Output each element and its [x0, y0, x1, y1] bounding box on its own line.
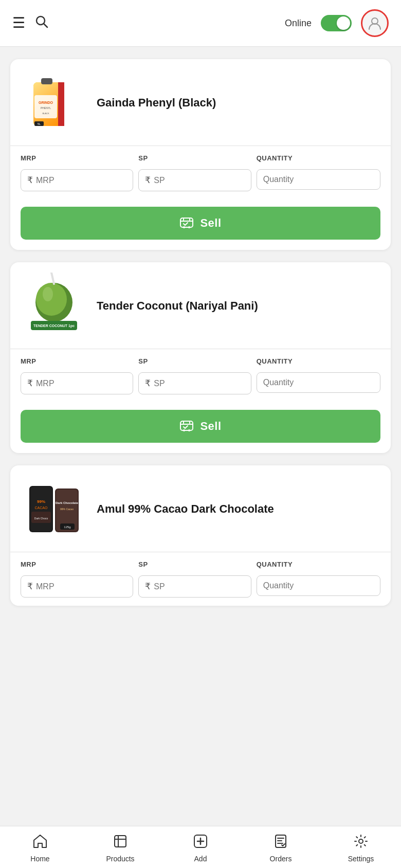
sp-input-wrap-chocolate: ₹ — [138, 575, 251, 598]
product-name-phenyl: Gainda Phenyl (Black) — [97, 95, 380, 111]
mrp-col-chocolate: MRP — [21, 560, 133, 571]
qty-input[interactable] — [263, 175, 374, 184]
mrp-label-coconut: MRP — [21, 357, 133, 365]
cart-icon-coconut — [179, 419, 194, 433]
product-image-coconut: TENDER COCONUT 1pc — [21, 273, 87, 339]
qty-col-chocolate: QUANTITY — [257, 560, 380, 571]
sp-input-wrap: ₹ — [138, 169, 251, 191]
svg-text:99% Cacao: 99% Cacao — [60, 508, 74, 511]
mrp-field[interactable]: ₹ — [21, 169, 133, 191]
mrp-label-chocolate: MRP — [21, 560, 133, 568]
sp-input-chocolate[interactable] — [154, 582, 244, 591]
sp-field-coconut[interactable]: ₹ — [138, 372, 251, 394]
rupee-mrp-chocolate: ₹ — [27, 581, 33, 592]
svg-point-14 — [183, 226, 185, 228]
product-card-coconut: TENDER COCONUT 1pc Tender Coconut (Nariy… — [10, 262, 391, 453]
qty-input-wrap-coconut — [257, 372, 380, 394]
mrp-col: MRP — [21, 154, 133, 165]
cart-icon — [179, 216, 194, 230]
online-toggle[interactable] — [321, 15, 352, 31]
product-name-chocolate: Amul 99% Cacao Dark Chocolate — [97, 501, 380, 517]
svg-text:125g: 125g — [64, 526, 70, 529]
card-form-chocolate: MRP SP QUANTITY ₹ ₹ — [10, 552, 391, 598]
settings-label: Settings — [348, 855, 374, 863]
sp-label-chocolate: SP — [138, 560, 251, 568]
product-list: GRINDO PHENYL BLACK 5L Gai — [0, 47, 401, 657]
svg-point-15 — [188, 226, 190, 228]
mrp-input-wrap: ₹ — [21, 169, 133, 191]
qty-col: QUANTITY — [257, 154, 380, 165]
svg-rect-5 — [58, 82, 64, 126]
form-labels-chocolate: MRP SP QUANTITY — [21, 560, 380, 571]
svg-text:BLACK: BLACK — [42, 112, 49, 115]
rupee-mrp-coconut: ₹ — [27, 378, 33, 389]
nav-item-orders[interactable]: Orders — [241, 826, 321, 868]
svg-rect-37 — [115, 836, 126, 847]
card-bottom-spacer — [10, 598, 391, 606]
form-inputs-chocolate: ₹ ₹ — [21, 575, 380, 598]
nav-item-add[interactable]: Add — [160, 826, 241, 868]
card-form-phenyl: MRP SP QUANTITY ₹ ₹ — [10, 146, 391, 191]
svg-point-17 — [36, 283, 67, 316]
sp-label: SP — [138, 154, 251, 162]
svg-rect-22 — [180, 421, 193, 430]
sp-col-coconut: SP — [138, 357, 251, 368]
sell-btn-wrap-coconut: Sell — [10, 394, 391, 453]
svg-line-1 — [44, 24, 48, 27]
svg-text:Dark Choco: Dark Choco — [34, 517, 48, 520]
mrp-input-wrap-chocolate: ₹ — [21, 575, 133, 598]
mrp-input[interactable] — [36, 176, 126, 185]
mrp-input-coconut[interactable] — [36, 379, 126, 388]
card-top-coconut: TENDER COCONUT 1pc Tender Coconut (Nariy… — [10, 262, 391, 349]
svg-text:CACAO: CACAO — [35, 506, 48, 510]
sp-input-wrap-coconut: ₹ — [138, 372, 251, 394]
sp-field[interactable]: ₹ — [138, 169, 251, 191]
form-labels: MRP SP QUANTITY — [21, 154, 380, 165]
qty-label-chocolate: QUANTITY — [257, 560, 380, 568]
sell-button-coconut[interactable]: Sell — [21, 410, 380, 443]
header: ☰ Online — [0, 0, 401, 47]
hamburger-icon[interactable]: ☰ — [12, 16, 25, 30]
svg-rect-10 — [41, 78, 52, 84]
card-top-chocolate: 99% CACAO Dark Choco Dark Chocolate 99% … — [10, 465, 391, 552]
sell-label-coconut: Sell — [200, 420, 221, 433]
nav-item-products[interactable]: Products — [80, 826, 160, 868]
sell-btn-wrap: Sell — [10, 191, 391, 250]
toggle-knob — [337, 16, 350, 30]
qty-input-chocolate[interactable] — [263, 581, 374, 590]
svg-point-0 — [37, 16, 45, 25]
sp-field-chocolate[interactable]: ₹ — [138, 575, 251, 598]
svg-text:GRINDO: GRINDO — [39, 101, 53, 104]
qty-input-coconut[interactable] — [263, 378, 374, 387]
svg-text:TENDER COCONUT  1pc: TENDER COCONUT 1pc — [33, 324, 75, 328]
qty-field-coconut[interactable] — [257, 372, 380, 393]
sp-input-coconut[interactable] — [154, 379, 244, 388]
settings-icon — [353, 834, 369, 852]
sp-col: SP — [138, 154, 251, 165]
mrp-field-coconut[interactable]: ₹ — [21, 372, 133, 394]
qty-input-wrap — [257, 169, 380, 191]
svg-text:99%: 99% — [37, 499, 45, 504]
nav-item-home[interactable]: Home — [0, 826, 80, 868]
mrp-field-chocolate[interactable]: ₹ — [21, 575, 133, 598]
form-labels-coconut: MRP SP QUANTITY — [21, 357, 380, 368]
rupee-sp: ₹ — [145, 175, 151, 186]
mrp-input-chocolate[interactable] — [36, 582, 126, 591]
svg-point-42 — [359, 839, 363, 843]
qty-col-coconut: QUANTITY — [257, 357, 380, 368]
online-label: Online — [285, 18, 312, 29]
qty-field-chocolate[interactable] — [257, 575, 380, 596]
form-inputs: ₹ ₹ — [21, 169, 380, 191]
nav-item-settings[interactable]: Settings — [321, 826, 401, 868]
svg-text:Dark Chocolate: Dark Chocolate — [56, 501, 79, 504]
qty-field[interactable] — [257, 169, 380, 190]
rupee-sp-coconut: ₹ — [145, 378, 151, 389]
sell-label: Sell — [200, 216, 221, 230]
sell-button-phenyl[interactable]: Sell — [21, 207, 380, 240]
search-icon[interactable] — [34, 14, 49, 32]
bottom-nav: Home Products Add — [0, 826, 401, 868]
product-image-chocolate: 99% CACAO Dark Choco Dark Chocolate 99% … — [21, 476, 87, 542]
sp-input[interactable] — [154, 176, 244, 185]
avatar-button[interactable] — [361, 9, 389, 37]
home-icon — [32, 834, 48, 852]
